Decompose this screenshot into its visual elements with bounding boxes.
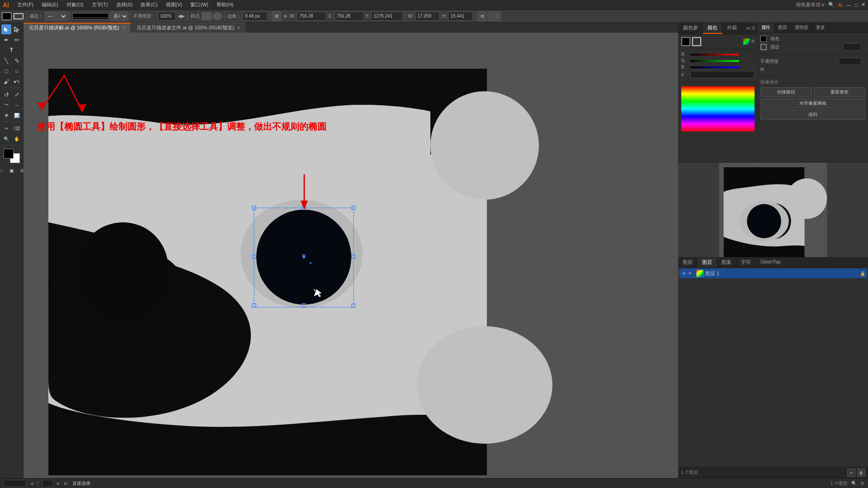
eraser-tool[interactable]: ⌫ [12,123,22,133]
new-layer-btn[interactable]: + [847,469,855,477]
menu-file[interactable]: 文件(F) [14,0,37,9]
menu-view[interactable]: 视图(V) [162,0,186,9]
hand-tool[interactable]: ✋ [12,134,22,144]
stroke-select[interactable]: — [45,12,67,21]
slice-tool[interactable]: ✂ [1,123,11,133]
blob-brush-tool[interactable]: ●✎ [12,76,22,86]
arrange-btn-props[interactable]: 排列 [760,110,865,120]
hex-input[interactable] [690,71,755,78]
props-tab-more[interactable]: 更多 [812,23,829,33]
recolor-btn[interactable]: 重新着色 [814,87,865,97]
props-tab-layers[interactable]: 图层 [774,23,791,33]
fill-color-indicator[interactable] [760,36,767,42]
zoom-tool[interactable]: 🔍 [1,134,11,144]
fill-swatch[interactable] [681,37,690,46]
w2-input[interactable] [415,12,440,21]
panel-expand-icon[interactable]: ≫ [746,26,750,31]
stroke-swatch[interactable] [692,37,701,46]
align-pixel-btn[interactable]: 对齐像素网格 [760,99,865,108]
settings-icon[interactable]: ⚙ [860,481,864,486]
layers-tab-layers[interactable]: 图层 [698,258,717,267]
graph-tool[interactable]: 📊 [12,110,22,120]
pen-add-tool[interactable]: ✏ [12,35,22,45]
close-btn[interactable]: ✕ [861,2,865,8]
menu-edit[interactable]: 编辑(E) [38,0,62,9]
layer-item-1[interactable]: 👁 ▶ 图层 1 🔒 [679,268,867,278]
nav-next-btn[interactable]: ▶ [57,481,61,486]
stroke-color-indicator[interactable] [760,44,767,50]
rgb-icon[interactable] [743,38,750,45]
width-tool[interactable]: ↔ [12,100,22,110]
props-tab-attrs[interactable]: 属性 [758,23,774,33]
corner-input[interactable] [243,12,268,21]
y-input[interactable] [371,12,403,21]
tab-1[interactable]: 元旦是只猫迸渗文件.ai @ 100% (RGB/预览) ✕ [131,23,246,33]
nav-prev-btn[interactable]: ◀ [30,481,33,486]
layer-expand-icon[interactable]: ▶ [689,271,694,276]
menu-effect[interactable]: 效果(C) [137,0,161,9]
h-input[interactable] [448,12,473,21]
pencil-tool[interactable]: ✎ [12,56,22,66]
line-tool[interactable]: ╲ [1,56,11,66]
transform-options-btn[interactable]: ⊞ [272,11,282,21]
cmyk-icon[interactable]: ⊕ [751,38,755,45]
b-slider[interactable] [690,66,739,68]
delete-layer-btn[interactable]: 🗑 [857,469,865,477]
menu-select[interactable]: 选择(S) [113,0,137,9]
nav-end-btn[interactable]: ▶| [64,481,69,486]
selection-tool[interactable] [1,24,11,34]
x-input[interactable] [335,12,364,21]
ellipse-tool[interactable]: ○ [12,66,22,76]
layers-tab-opentype[interactable]: OpenTyp [756,258,786,267]
zoom-input[interactable]: 1600% [4,480,26,487]
props-tab-transparency[interactable]: 透明度 [791,23,812,33]
layer-visibility-icon[interactable]: 👁 [681,270,687,277]
search-icon[interactable]: 🔍 [828,2,835,8]
fg-color-swatch[interactable] [4,149,14,159]
pen-tool[interactable]: ✒ [1,35,11,45]
rect-tool[interactable]: □ [1,66,11,76]
layers-tab-map[interactable]: 图层 [678,258,698,267]
brush-tool[interactable]: 🖌 [1,76,11,86]
color-spectrum[interactable] [681,86,755,131]
color-tab-params[interactable]: 颜色参 [679,23,703,34]
menu-object[interactable]: 对象(O) [63,0,87,9]
zoom-in-icon[interactable]: 🔍 [851,481,857,486]
color-tab-color[interactable]: 颜色 [703,23,722,34]
maximize-btn[interactable]: □ [854,2,858,8]
tab-0[interactable]: 元旦是只猫讲解.ai @ 1600% (RGB/预览) ✕ [24,23,131,33]
opacity-prop-input[interactable]: 100 % [839,58,861,65]
style-btn[interactable] [202,12,212,20]
tab-1-close[interactable]: ✕ [237,25,241,30]
layers-tab-pattern[interactable]: 图案 [717,258,736,267]
fill-color-btn[interactable] [2,12,12,20]
normal-fill-btn[interactable]: □ [0,165,6,175]
warp-tool[interactable]: 〜 [1,100,11,110]
layers-tab-char[interactable]: 字符 [736,258,756,267]
stroke-color-btn[interactable] [14,13,24,19]
direct-select-tool[interactable] [12,24,22,34]
menu-help[interactable]: 帮助(H) [213,0,237,9]
menu-window[interactable]: 窗口(W) [187,0,212,9]
gradient-fill-btn[interactable]: ▣ [7,165,17,175]
rotate-tool[interactable]: ↺ [1,89,11,99]
stroke-width-input[interactable] [843,43,861,51]
opacity-input[interactable] [158,12,176,21]
stroke-style-select[interactable]: 基本 [110,12,128,21]
tab-0-close[interactable]: ✕ [122,25,125,30]
find-similar-btn[interactable]: 仿移路径 [760,87,812,97]
page-input[interactable]: 2 [42,480,53,487]
layer-lock-icon[interactable]: 🔒 [860,271,865,276]
w-input[interactable] [297,12,326,21]
symbol-tool[interactable]: ❋ [1,110,11,120]
r-slider[interactable] [690,54,739,56]
minimize-btn[interactable]: — [846,2,851,8]
g-slider[interactable] [690,60,739,62]
menu-text[interactable]: 文字(T) [88,0,112,9]
panel-menu-icon[interactable]: ☰ [751,26,755,31]
arrange-btn[interactable]: ⋮⋮ [488,11,501,21]
color-tab-appearance[interactable]: 外观 [722,23,742,34]
type-tool[interactable]: T [7,45,17,55]
style-circle-btn[interactable] [212,12,222,20]
align-btn[interactable]: ⇉ [477,11,487,21]
